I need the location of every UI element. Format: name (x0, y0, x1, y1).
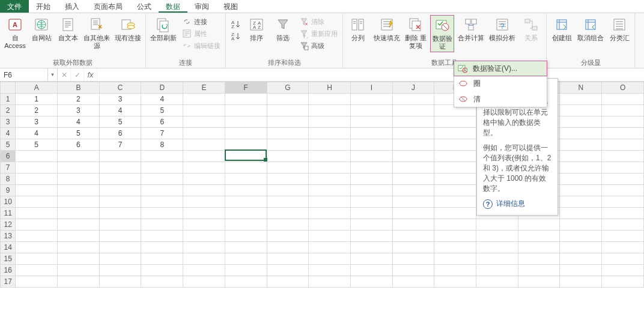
cell[interactable] (560, 242, 602, 253)
cell[interactable] (350, 185, 392, 196)
cell[interactable] (58, 231, 100, 242)
cell[interactable] (183, 94, 225, 105)
cell[interactable] (58, 174, 100, 185)
fx-button[interactable]: fx (84, 68, 97, 81)
tab-layout[interactable]: 页面布局 (87, 0, 130, 13)
cell[interactable] (225, 94, 267, 105)
row-header[interactable]: 6 (1, 151, 16, 162)
cell[interactable]: 5 (99, 116, 141, 128)
cell[interactable] (183, 219, 225, 231)
cell[interactable] (392, 105, 434, 116)
cell[interactable] (183, 265, 225, 276)
cell[interactable] (225, 139, 267, 151)
cell[interactable] (434, 242, 476, 253)
whatif-button[interactable]: ? 模拟分析 (488, 15, 517, 43)
row-header[interactable]: 1 (1, 94, 16, 105)
cell[interactable] (267, 253, 309, 265)
cell[interactable] (350, 116, 392, 128)
cell[interactable] (225, 231, 267, 242)
cell[interactable] (99, 231, 141, 242)
cell[interactable] (183, 276, 225, 288)
cell[interactable]: 5 (141, 105, 183, 116)
cell[interactable] (225, 105, 267, 116)
cell[interactable] (225, 276, 267, 288)
cell[interactable] (309, 196, 351, 208)
cell[interactable] (392, 242, 434, 253)
cell[interactable] (58, 162, 100, 174)
cell[interactable] (602, 94, 644, 105)
cell[interactable] (183, 253, 225, 265)
consolidate-button[interactable]: 合并计算 (457, 15, 485, 43)
cell[interactable] (476, 231, 518, 242)
cell[interactable] (183, 128, 225, 139)
cell[interactable] (434, 208, 476, 219)
cell[interactable] (350, 94, 392, 105)
cell[interactable]: 6 (58, 139, 100, 151)
cell[interactable] (267, 185, 309, 196)
tab-view[interactable]: 视图 (216, 0, 245, 13)
cell[interactable] (183, 242, 225, 253)
cell[interactable] (392, 162, 434, 174)
cell[interactable] (58, 185, 100, 196)
cell[interactable] (267, 265, 309, 276)
cell[interactable] (602, 276, 644, 288)
cell[interactable] (518, 231, 560, 242)
cell[interactable]: 3 (58, 105, 100, 116)
row-header[interactable]: 15 (1, 253, 16, 265)
column-header[interactable]: D (141, 82, 183, 94)
row-header[interactable]: 9 (1, 185, 16, 196)
cell[interactable] (392, 219, 434, 231)
cell[interactable] (560, 265, 602, 276)
cell[interactable] (225, 151, 267, 162)
cell[interactable] (476, 219, 518, 231)
column-header[interactable]: H (309, 82, 351, 94)
cell[interactable] (309, 116, 351, 128)
column-header[interactable]: F (225, 82, 267, 94)
cell[interactable] (560, 185, 602, 196)
cell[interactable] (58, 196, 100, 208)
properties-button[interactable]: 属性 (180, 28, 222, 39)
row-header[interactable]: 16 (1, 265, 16, 276)
row-header[interactable]: 8 (1, 174, 16, 185)
cell[interactable]: 4 (58, 116, 100, 128)
cell[interactable] (518, 253, 560, 265)
cell[interactable] (602, 185, 644, 196)
cell[interactable]: 2 (16, 105, 58, 116)
cell[interactable] (16, 253, 58, 265)
cell[interactable] (267, 105, 309, 116)
row-header[interactable]: 5 (1, 139, 16, 151)
formula-input[interactable] (97, 68, 644, 81)
cell[interactable]: 5 (16, 139, 58, 151)
row-header[interactable]: 13 (1, 231, 16, 242)
row-header[interactable]: 10 (1, 196, 16, 208)
cell[interactable] (309, 219, 351, 231)
cell[interactable] (434, 162, 476, 174)
tab-home[interactable]: 开始 (29, 0, 58, 13)
cell[interactable] (309, 105, 351, 116)
cell[interactable] (309, 208, 351, 219)
cell[interactable] (225, 162, 267, 174)
cell[interactable] (141, 231, 183, 242)
row-header[interactable]: 3 (1, 116, 16, 128)
cell[interactable] (350, 265, 392, 276)
select-all-corner[interactable] (1, 82, 16, 94)
cell[interactable] (141, 174, 183, 185)
cell[interactable] (560, 94, 602, 105)
cell[interactable] (602, 162, 644, 174)
cell[interactable] (392, 196, 434, 208)
cell[interactable] (434, 139, 476, 151)
cell[interactable] (183, 174, 225, 185)
column-header[interactable]: C (99, 82, 141, 94)
cell[interactable] (602, 151, 644, 162)
cell[interactable] (58, 219, 100, 231)
column-header[interactable]: O (602, 82, 644, 94)
cell[interactable] (267, 242, 309, 253)
cell[interactable] (183, 116, 225, 128)
row-header[interactable]: 11 (1, 208, 16, 219)
cell[interactable] (392, 185, 434, 196)
cell[interactable] (434, 196, 476, 208)
cell[interactable] (309, 276, 351, 288)
cell[interactable] (434, 151, 476, 162)
cell[interactable] (560, 219, 602, 231)
cell[interactable] (99, 253, 141, 265)
